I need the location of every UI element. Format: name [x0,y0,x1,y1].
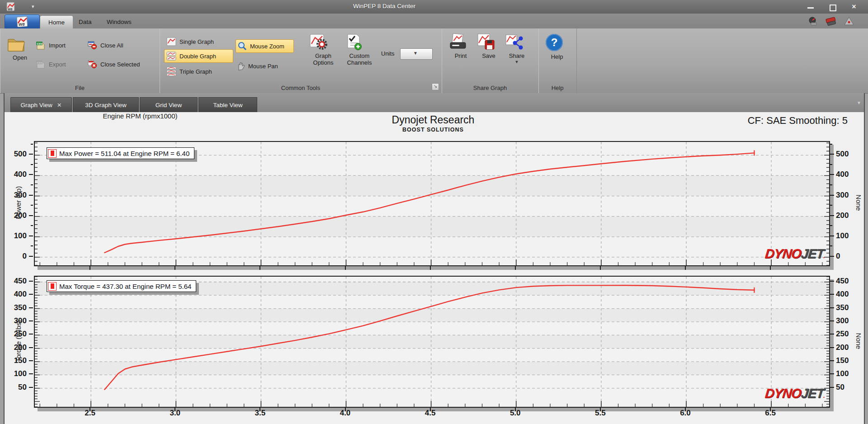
units-label: Units [381,50,395,57]
graph-options-button[interactable]: Graph Options [309,33,338,66]
x-tick-label: 2.5 [80,409,100,418]
help-button[interactable]: ? Help [545,33,569,60]
x-tick-label: 3.5 [250,409,270,418]
y-tick-label: 100 [836,232,859,240]
y-minor-tick [31,164,33,165]
triple-graph-button[interactable]: Triple Graph [164,65,233,78]
badge-icon[interactable] [844,16,854,26]
share-nodes-icon [504,33,524,51]
y-tick [29,215,33,216]
save-button[interactable]: Save [476,33,501,59]
y-tick [830,154,834,155]
y-tick-label: 50 [3,383,27,391]
y-tick [29,294,33,295]
y-tick [830,360,834,361]
open-button[interactable]: Open [6,36,33,61]
x-tick [600,266,601,270]
mouse-zoom-button[interactable]: Mouse Zoom [236,39,294,53]
y-tick-label: 0 [836,252,859,260]
group-label-share-graph: Share Graph [442,85,538,91]
svg-text:CSV: CSV [37,42,42,45]
print-button[interactable]: Print [448,33,473,59]
ribbon-tab-data[interactable]: Data [71,15,100,28]
window-title: WinPEP 8 Data Center [0,3,769,9]
svg-text:?: ? [551,36,558,48]
y-tick [830,281,834,282]
y-tick [29,236,33,236]
tab-graph-view[interactable]: Graph View ✕ [10,97,72,112]
ribbon-group-common-tools: Single Graph Double Graph Triple Graph M… [160,28,442,93]
y-tick-label: 250 [3,330,27,338]
device-icon[interactable] [826,16,836,26]
single-graph-button[interactable]: Single Graph [164,35,233,48]
tab-overflow-icon[interactable]: ▼ [857,100,861,105]
y-tick-label: 350 [3,304,27,312]
y-tick-label: 150 [836,357,859,365]
x-axis-title: Engine RPM (rpmx1000) [5,112,276,120]
y-tick [29,154,33,155]
x-tick-label: 6.5 [760,409,780,418]
y-tick-label: 200 [3,344,27,352]
double-graph-button[interactable]: Double Graph [164,49,233,63]
floppy-disk-icon [476,33,496,51]
import-csv-icon: CSV [35,40,46,50]
y-tick-label: 500 [3,150,27,158]
correction-factor-label: CF: SAE Smoothing: 5 [637,115,848,127]
help-icon: ? [545,33,564,52]
power-legend: Max Power = 511.04 at Engine RPM = 6.40 [47,147,194,159]
close-button[interactable]: × [846,3,862,11]
y-tick [830,387,834,388]
y-tick [830,215,834,216]
y-minor-tick [31,245,33,246]
y-tick [830,236,834,236]
svg-text:W8: W8 [19,22,25,27]
y-tick [29,347,33,348]
y-minor-tick [830,144,832,145]
winpep-logo-icon: W8 [14,16,30,28]
torque-plot[interactable] [34,276,830,408]
view-tab-strip: Graph View ✕ 3D Graph View Grid View Tab… [5,93,864,112]
application-button[interactable]: W8 [5,14,40,29]
minimize-button[interactable] [803,3,818,11]
power-plot[interactable] [34,141,830,266]
y-tick [29,373,33,374]
y-tick-label: 400 [3,290,27,298]
export-button[interactable]: CSV Export [35,58,66,70]
close-selected-button[interactable]: Close Selected [87,58,140,70]
y-tick-label: 450 [836,277,859,285]
y-tick-label: 200 [836,344,859,352]
mouse-pan-button[interactable]: Mouse Pan [236,60,289,72]
close-all-button[interactable]: Close All [87,39,123,51]
units-dropdown[interactable]: ▼ [400,48,433,60]
y-tick [29,281,33,282]
gauge-icon[interactable] [807,16,818,26]
y-tick-label: 100 [3,370,27,378]
y-minor-tick [31,205,33,206]
open-folder-icon [6,36,27,53]
y-tick-label: 150 [3,357,27,365]
y-tick [830,347,834,348]
share-button[interactable]: Share ▼ [504,33,529,64]
legend-swatch-icon [48,282,57,291]
maximize-button[interactable] [825,3,840,11]
double-graph-icon [166,51,177,61]
y-tick [830,334,834,334]
torque-legend: Max Torque = 437.30 at Engine RPM = 5.64 [47,280,196,292]
tab-table-view[interactable]: Table View [198,97,257,112]
tab-close-icon[interactable]: ✕ [57,102,62,108]
x-tick [175,266,175,270]
ribbon-tab-windows[interactable]: Windows [99,15,140,28]
x-tick [770,266,771,270]
group-label-help: Help [538,85,576,91]
y-tick [830,307,834,308]
y-tick-label: 300 [3,317,27,325]
share-dropdown-icon[interactable]: ▼ [504,60,529,64]
y-tick [830,174,834,175]
custom-channels-button[interactable]: Custom Channels [344,33,375,66]
tab-grid-view[interactable]: Grid View [140,97,198,112]
tab-3d-graph-view[interactable]: 3D Graph View [73,97,139,112]
ribbon-tab-row: W8 Home Data Windows [0,14,868,28]
import-button[interactable]: CSV Import [35,39,66,51]
ribbon-group-file: Open CSV Import CSV Export Close All [0,28,160,93]
ribbon-tab-home[interactable]: Home [40,15,73,29]
